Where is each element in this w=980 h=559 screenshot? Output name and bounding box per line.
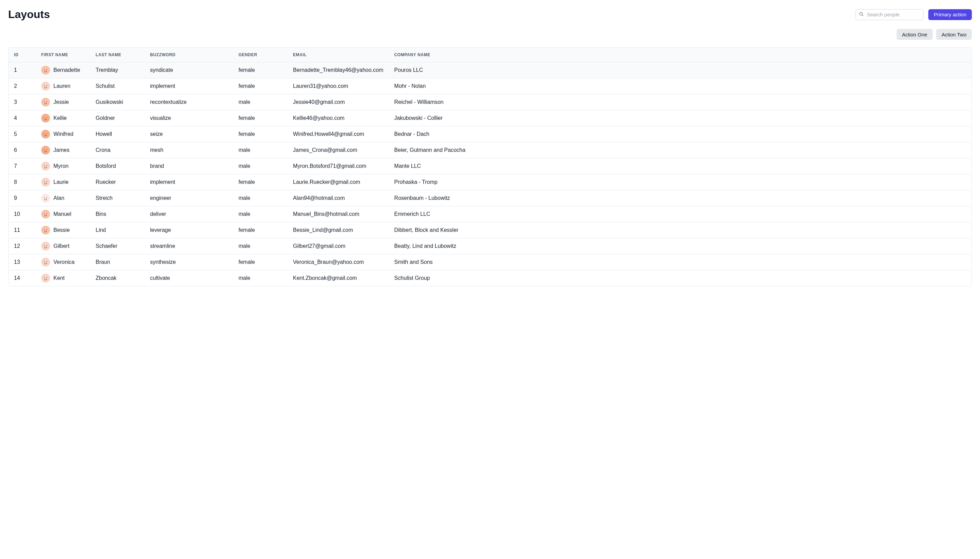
page-title: Layouts (8, 8, 50, 21)
cell-last-name: Botsford (90, 158, 145, 174)
table-row[interactable]: 2LaurenSchulistimplementfemaleLauren31@y… (8, 78, 972, 94)
col-header-email[interactable]: Email (287, 48, 389, 62)
table-row[interactable]: 4KellieGoldnervisualizefemaleKellie46@ya… (8, 110, 972, 126)
table-row[interactable]: 13VeronicaBraunsynthesizefemaleVeronica_… (8, 254, 972, 270)
cell-buzzword: cultivate (145, 270, 233, 286)
cell-buzzword: recontextualize (145, 94, 233, 110)
avatar (41, 226, 50, 235)
cell-gender: female (233, 222, 287, 238)
action-two-button[interactable]: Action Two (936, 29, 972, 40)
first-name-text: Kent (53, 275, 64, 281)
cell-email: Bessie_Lind@gmail.com (287, 222, 389, 238)
cell-last-name: Goldner (90, 110, 145, 126)
avatar (41, 178, 50, 187)
cell-company: Bednar - Dach (389, 126, 972, 142)
cell-first-name: Bernadette (36, 62, 90, 78)
cell-gender: male (233, 158, 287, 174)
action-one-button[interactable]: Action One (897, 29, 933, 40)
svg-point-21 (44, 165, 45, 166)
table-row[interactable]: 6JamesCronameshmaleJames_Crona@gmail.com… (8, 142, 972, 158)
first-name-text: Lauren (53, 83, 71, 89)
cell-last-name: Braun (90, 254, 145, 270)
cell-buzzword: engineer (145, 190, 233, 206)
svg-point-32 (41, 226, 50, 235)
cell-last-name: Ruecker (90, 174, 145, 190)
first-name-text: Jessie (53, 99, 69, 105)
svg-point-2 (41, 66, 50, 74)
cell-email: Manuel_Bins@hotmail.com (287, 206, 389, 222)
cell-buzzword: streamline (145, 238, 233, 254)
cell-first-name: Myron (36, 158, 90, 174)
col-header-company[interactable]: Company Name (389, 48, 972, 62)
cell-gender: female (233, 254, 287, 270)
cell-id: 5 (8, 126, 36, 142)
cell-first-name: Lauren (36, 78, 90, 94)
cell-id: 4 (8, 110, 36, 126)
table-row[interactable]: 14KentZboncakcultivatemaleKent.Zboncak@g… (8, 270, 972, 286)
col-header-last-name[interactable]: Last Name (90, 48, 145, 62)
svg-point-20 (41, 162, 50, 170)
svg-point-16 (46, 134, 47, 134)
cell-company: Jakubowski - Collier (389, 110, 972, 126)
table-row[interactable]: 1BernadetteTremblaysyndicatefemaleBernad… (8, 62, 972, 78)
svg-point-9 (44, 101, 45, 102)
cell-last-name: Streich (90, 190, 145, 206)
cell-company: Reichel - Williamson (389, 94, 972, 110)
cell-last-name: Howell (90, 126, 145, 142)
cell-gender: male (233, 94, 287, 110)
search-input[interactable] (855, 9, 924, 20)
cell-buzzword: implement (145, 78, 233, 94)
first-name-text: Bernadette (53, 67, 80, 73)
table-row[interactable]: 9AlanStreichengineermaleAlan94@hotmail.c… (8, 190, 972, 206)
table-row[interactable]: 8LaurieRueckerimplementfemaleLaurie.Ruec… (8, 174, 972, 190)
cell-gender: male (233, 190, 287, 206)
avatar (41, 194, 50, 203)
svg-point-19 (46, 149, 47, 150)
cell-last-name: Tremblay (90, 62, 145, 78)
col-header-first-name[interactable]: First Name (36, 48, 90, 62)
cell-id: 1 (8, 62, 36, 78)
table-row[interactable]: 12GilbertSchaeferstreamlinemaleGilbert27… (8, 238, 972, 254)
cell-first-name: Alan (36, 190, 90, 206)
cell-last-name: Lind (90, 222, 145, 238)
cell-buzzword: brand (145, 158, 233, 174)
col-header-buzzword[interactable]: Buzzword (145, 48, 233, 62)
col-header-gender[interactable]: Gender (233, 48, 287, 62)
cell-first-name: Veronica (36, 254, 90, 270)
cell-company: Rosenbaum - Lubowitz (389, 190, 972, 206)
col-header-id[interactable]: ID (8, 48, 36, 62)
svg-point-39 (44, 261, 45, 262)
cell-company: Emmerich LLC (389, 206, 972, 222)
table-row[interactable]: 11BessieLindleveragefemaleBessie_Lind@gm… (8, 222, 972, 238)
avatar (41, 66, 50, 74)
table-row[interactable]: 5WinifredHowellseizefemaleWinifred.Howel… (8, 126, 972, 142)
avatar (41, 98, 50, 107)
svg-point-25 (46, 182, 47, 182)
cell-buzzword: visualize (145, 110, 233, 126)
svg-point-15 (44, 134, 45, 134)
svg-point-13 (46, 117, 47, 118)
cell-email: Laurie.Ruecker@gmail.com (287, 174, 389, 190)
table-row[interactable]: 7MyronBotsfordbrandmaleMyron.Botsford71@… (8, 158, 972, 174)
avatar (41, 162, 50, 170)
cell-id: 9 (8, 190, 36, 206)
search-wrap (855, 9, 924, 20)
primary-action-button[interactable]: Primary action (928, 9, 972, 20)
cell-buzzword: leverage (145, 222, 233, 238)
cell-id: 12 (8, 238, 36, 254)
cell-email: Kellie46@yahoo.com (287, 110, 389, 126)
svg-point-30 (44, 213, 45, 214)
avatar (41, 258, 50, 266)
svg-point-40 (46, 261, 47, 262)
cell-company: Mohr - Nolan (389, 78, 972, 94)
cell-last-name: Crona (90, 142, 145, 158)
avatar (41, 130, 50, 139)
first-name-text: Myron (53, 163, 68, 169)
svg-point-43 (46, 278, 47, 278)
cell-email: Winifred.Howell4@gmail.com (287, 126, 389, 142)
cell-id: 11 (8, 222, 36, 238)
avatar (41, 242, 50, 251)
table-row[interactable]: 3JessieGusikowskirecontextualizemaleJess… (8, 94, 972, 110)
table-row[interactable]: 10ManuelBinsdelivermaleManuel_Bins@hotma… (8, 206, 972, 222)
cell-company: Mante LLC (389, 158, 972, 174)
